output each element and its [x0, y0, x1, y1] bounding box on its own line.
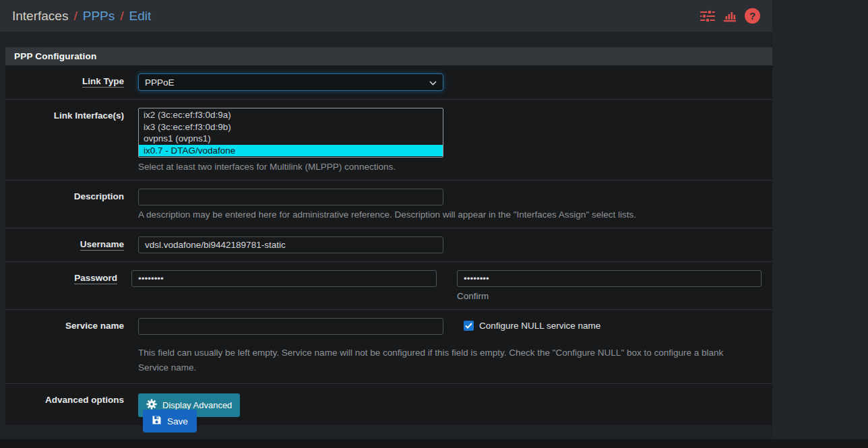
- listbox-option[interactable]: ix3 (3c:ec:ef:f3:0d:9b): [139, 121, 443, 133]
- username-input[interactable]: [138, 236, 443, 253]
- link-type-label: Link Type: [82, 76, 124, 88]
- service-name-help: This field can usually be left empty. Se…: [138, 346, 751, 375]
- page-content: PPP Configuration Link Type PPPoE Link I…: [0, 32, 772, 439]
- breadcrumb: Interfaces / PPPs / Edit: [12, 9, 151, 24]
- top-navbar: Interfaces / PPPs / Edit: [0, 0, 772, 32]
- panel-title: PPP Configuration: [5, 47, 772, 65]
- breadcrumb-link-ppps[interactable]: PPPs: [83, 9, 115, 24]
- listbox-option[interactable]: ovpns1 (ovpns1): [139, 133, 443, 145]
- service-name-label: Service name: [5, 318, 138, 375]
- save-button[interactable]: Save: [143, 410, 197, 433]
- link-type-select[interactable]: PPPoE: [138, 73, 443, 91]
- breadcrumb-separator: /: [73, 9, 77, 24]
- help-icon[interactable]: ?: [745, 8, 760, 24]
- checkbox-checked-icon[interactable]: [464, 321, 474, 331]
- row-description: Description A description may be entered…: [5, 180, 772, 228]
- row-link-interfaces: Link Interface(s) ix2 (3c:ec:ef:f3:0d:9a…: [5, 99, 772, 180]
- row-service-name: Service name Configure NULL service name…: [5, 309, 772, 383]
- description-label: Description: [5, 189, 138, 220]
- row-password: Password Confirm: [5, 261, 772, 309]
- password-confirm-label: Confirm: [457, 291, 762, 301]
- password-input[interactable]: [131, 270, 437, 287]
- description-help: A description may be entered here for ad…: [138, 210, 762, 220]
- password-label: Password: [74, 273, 117, 284]
- chart-bar-icon[interactable]: [723, 10, 737, 22]
- configure-null-check-group[interactable]: Configure NULL service name: [464, 321, 600, 331]
- row-link-type: Link Type PPPoE: [5, 65, 772, 99]
- link-type-selected-value: PPPoE: [145, 77, 175, 88]
- description-input[interactable]: [138, 189, 443, 205]
- breadcrumb-link-edit[interactable]: Edit: [129, 9, 152, 24]
- pfsense-ppp-edit-screen: Interfaces / PPPs / Edit: [0, 0, 868, 448]
- listbox-option[interactable]: ix2 (3c:ec:ef:f3:0d:9a): [139, 109, 443, 121]
- link-interfaces-help: Select at least two interfaces for Multi…: [138, 162, 762, 172]
- username-label: Username: [80, 239, 124, 251]
- breadcrumb-separator: /: [120, 9, 123, 24]
- service-name-input[interactable]: [138, 318, 443, 335]
- save-button-label: Save: [167, 416, 188, 426]
- password-confirm-input[interactable]: [457, 270, 762, 287]
- ppp-configuration-panel: PPP Configuration Link Type PPPoE Link I…: [5, 47, 772, 425]
- row-username: Username: [5, 228, 772, 261]
- sliders-icon[interactable]: [700, 9, 715, 23]
- chevron-down-icon: [429, 77, 437, 88]
- breadcrumb-root: Interfaces: [12, 9, 68, 24]
- footer-strip: [0, 439, 868, 448]
- listbox-option-selected[interactable]: ix0.7 - DTAG/vodafone: [139, 145, 443, 157]
- configure-null-label[interactable]: Configure NULL service name: [479, 321, 600, 331]
- link-interfaces-label: Link Interface(s): [5, 108, 138, 172]
- save-floppy-icon: [152, 415, 162, 427]
- link-interfaces-listbox[interactable]: ix2 (3c:ec:ef:f3:0d:9a) ix3 (3c:ec:ef:f3…: [138, 108, 443, 158]
